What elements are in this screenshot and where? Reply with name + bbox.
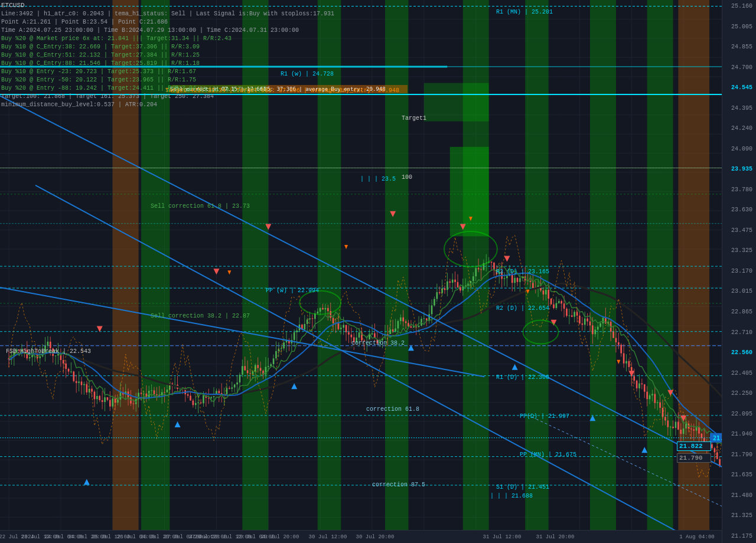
price-label: 21.325 (724, 512, 755, 519)
time-label: 29 Jul 20:00 (261, 534, 299, 540)
price-label: 25.005 (724, 24, 755, 31)
price-label: 22.865 (724, 309, 755, 316)
price-label: 21.940 (724, 431, 755, 438)
time-label: 31 Jul 20:00 (536, 534, 575, 540)
price-label: 21.635 (724, 472, 755, 479)
price-label: 24.090 (724, 146, 755, 153)
price-label: 22.095 (724, 411, 755, 418)
time-label: 26 Wot (194, 534, 213, 540)
price-label: 23.630 (724, 207, 755, 214)
price-label: 22.250 (724, 390, 755, 397)
time-label: 31 Jul 12:00 (483, 534, 522, 540)
price-label: 23.325 (724, 247, 755, 254)
price-label: 25.160 (724, 3, 755, 10)
price-label: 23.475 (724, 227, 755, 234)
current-price-box: 21.822 (677, 441, 711, 451)
price-label: 22.560 (724, 349, 755, 356)
price-label: 23.015 (724, 288, 755, 295)
time-label: 30 Jul 20:00 (356, 534, 395, 540)
price-label: 24.545 (724, 84, 755, 91)
canvas-wrapper (0, 0, 745, 530)
price-label: 23.780 (724, 187, 755, 194)
price-label: 21.480 (724, 492, 755, 499)
price-label: 23.170 (724, 268, 755, 275)
time-label: 1 Aug 04:00 (679, 534, 714, 540)
price-label: 23.935 (724, 166, 755, 173)
time-label: 30 Jul 12:00 (309, 534, 347, 540)
price-axis: 25.16025.00524.85524.70024.54524.39524.2… (722, 0, 756, 543)
price-label: 24.395 (724, 105, 755, 112)
price-label: 24.700 (724, 64, 755, 71)
price-label: 24.240 (724, 125, 755, 132)
price-label: 22.405 (724, 370, 755, 377)
price-label: 21.790 (724, 452, 755, 459)
chart-container: MARKETRADE ETCUSD Line:3492 | h1_atr_c0:… (0, 0, 745, 543)
price-label: 24.855 (724, 44, 755, 51)
time-axis: 22 Jul 202423 Jul 12:0024 Jul 04:0024 Ju… (0, 530, 745, 543)
price-label: 21.175 (724, 533, 755, 540)
current-price-box2: 21.790 (677, 453, 711, 463)
price-label: 22.710 (724, 329, 755, 336)
